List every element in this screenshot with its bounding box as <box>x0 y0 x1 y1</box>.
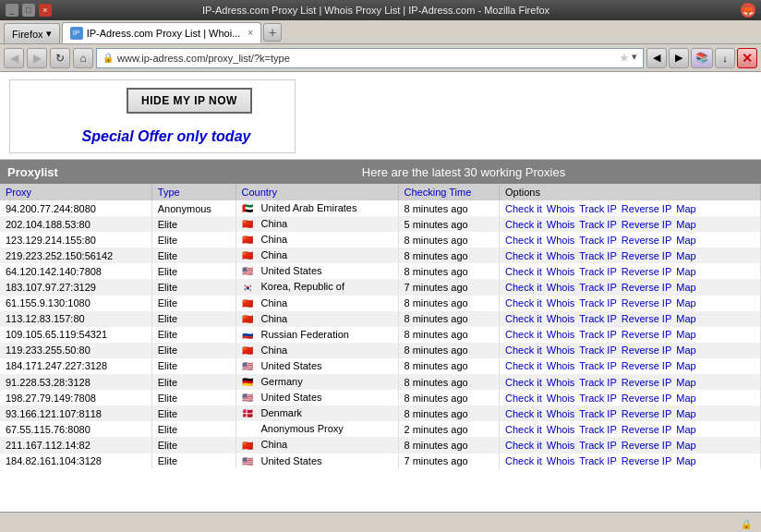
check-it-link[interactable]: Check it <box>505 424 542 435</box>
check-it-link[interactable]: Check it <box>505 377 542 388</box>
map-link[interactable]: Map <box>676 203 695 214</box>
address-url[interactable]: www.ip-adress.com/proxy_list/?k=type <box>117 53 619 64</box>
whois-link[interactable]: Whois <box>547 455 575 466</box>
whois-link[interactable]: Whois <box>547 360 575 371</box>
forward-button[interactable]: ▶ <box>27 48 47 68</box>
map-link[interactable]: Map <box>676 360 695 371</box>
whois-link[interactable]: Whois <box>547 250 575 261</box>
reverse-ip-link[interactable]: Reverse IP <box>622 424 671 435</box>
map-link[interactable]: Map <box>676 313 695 324</box>
map-link[interactable]: Map <box>676 440 695 451</box>
map-link[interactable]: Map <box>676 393 695 404</box>
track-ip-link[interactable]: Track IP <box>579 440 617 451</box>
reverse-ip-link[interactable]: Reverse IP <box>622 408 671 419</box>
map-link[interactable]: Map <box>676 297 695 308</box>
reverse-ip-link[interactable]: Reverse IP <box>622 345 671 356</box>
col-checking-time-link[interactable]: Checking Time <box>405 187 472 198</box>
track-ip-link[interactable]: Track IP <box>579 250 617 261</box>
check-it-link[interactable]: Check it <box>505 408 542 419</box>
whois-link[interactable]: Whois <box>547 440 575 451</box>
track-ip-link[interactable]: Track IP <box>579 282 617 293</box>
go-back-toolbar[interactable]: ◀ <box>646 48 667 68</box>
reload-button[interactable]: ↻ <box>50 48 70 68</box>
reverse-ip-link[interactable]: Reverse IP <box>622 297 671 308</box>
track-ip-link[interactable]: Track IP <box>579 424 617 435</box>
track-ip-link[interactable]: Track IP <box>579 455 617 466</box>
whois-link[interactable]: Whois <box>547 345 575 356</box>
minimize-button[interactable]: _ <box>6 4 18 17</box>
window-controls[interactable]: _ □ × <box>6 4 52 17</box>
whois-link[interactable]: Whois <box>547 313 575 324</box>
reverse-ip-link[interactable]: Reverse IP <box>622 377 671 388</box>
close-button[interactable]: × <box>39 4 52 17</box>
whois-link[interactable]: Whois <box>547 329 575 340</box>
track-ip-link[interactable]: Track IP <box>579 408 617 419</box>
star-icon[interactable]: ★ <box>619 51 630 65</box>
whois-link[interactable]: Whois <box>547 377 575 388</box>
map-link[interactable]: Map <box>676 282 695 293</box>
new-tab-button[interactable]: + <box>263 23 282 42</box>
check-it-link[interactable]: Check it <box>505 219 542 230</box>
firefox-menu-button[interactable]: Firefox ▾ <box>4 23 60 43</box>
map-link[interactable]: Map <box>676 235 695 246</box>
reverse-ip-link[interactable]: Reverse IP <box>622 250 671 261</box>
track-ip-link[interactable]: Track IP <box>579 266 617 277</box>
check-it-link[interactable]: Check it <box>505 250 542 261</box>
tab-close-icon[interactable]: × <box>248 28 253 38</box>
reverse-ip-link[interactable]: Reverse IP <box>622 282 671 293</box>
track-ip-link[interactable]: Track IP <box>579 393 617 404</box>
check-it-link[interactable]: Check it <box>505 329 542 340</box>
reverse-ip-link[interactable]: Reverse IP <box>622 313 671 324</box>
map-link[interactable]: Map <box>676 329 695 340</box>
reverse-ip-link[interactable]: Reverse IP <box>622 360 671 371</box>
check-it-link[interactable]: Check it <box>505 345 542 356</box>
check-it-link[interactable]: Check it <box>505 393 542 404</box>
map-link[interactable]: Map <box>676 250 695 261</box>
col-proxy-link[interactable]: Proxy <box>6 187 31 198</box>
check-it-link[interactable]: Check it <box>505 203 542 214</box>
maximize-button[interactable]: □ <box>22 4 35 17</box>
dropdown-icon[interactable]: ▾ <box>632 51 637 65</box>
check-it-link[interactable]: Check it <box>505 297 542 308</box>
track-ip-link[interactable]: Track IP <box>579 360 617 371</box>
col-country-link[interactable]: Country <box>242 187 278 198</box>
bookmark-icon[interactable]: 📚 <box>691 48 713 68</box>
stop-button[interactable]: ✕ <box>737 48 757 68</box>
whois-link[interactable]: Whois <box>547 424 575 435</box>
active-tab[interactable]: IP IP-Adress.com Proxy List | Whoi... × <box>62 22 262 43</box>
check-it-link[interactable]: Check it <box>505 313 542 324</box>
hide-ip-button[interactable]: HIDE MY IP NOW <box>127 88 252 114</box>
check-it-link[interactable]: Check it <box>505 455 542 466</box>
reverse-ip-link[interactable]: Reverse IP <box>622 235 671 246</box>
reverse-ip-link[interactable]: Reverse IP <box>622 203 671 214</box>
check-it-link[interactable]: Check it <box>505 360 542 371</box>
map-link[interactable]: Map <box>676 345 695 356</box>
col-type-link[interactable]: Type <box>158 187 180 198</box>
track-ip-link[interactable]: Track IP <box>579 203 617 214</box>
reverse-ip-link[interactable]: Reverse IP <box>622 455 671 466</box>
track-ip-link[interactable]: Track IP <box>579 219 617 230</box>
check-it-link[interactable]: Check it <box>505 266 542 277</box>
whois-link[interactable]: Whois <box>547 219 575 230</box>
check-it-link[interactable]: Check it <box>505 440 542 451</box>
check-it-link[interactable]: Check it <box>505 282 542 293</box>
whois-link[interactable]: Whois <box>547 203 575 214</box>
whois-link[interactable]: Whois <box>547 235 575 246</box>
track-ip-link[interactable]: Track IP <box>579 345 617 356</box>
track-ip-link[interactable]: Track IP <box>579 313 617 324</box>
track-ip-link[interactable]: Track IP <box>579 377 617 388</box>
track-ip-link[interactable]: Track IP <box>579 329 617 340</box>
reverse-ip-link[interactable]: Reverse IP <box>622 393 671 404</box>
map-link[interactable]: Map <box>676 266 695 277</box>
map-link[interactable]: Map <box>676 219 695 230</box>
whois-link[interactable]: Whois <box>547 282 575 293</box>
home-button[interactable]: ⌂ <box>73 48 93 68</box>
map-link[interactable]: Map <box>676 377 695 388</box>
map-link[interactable]: Map <box>676 408 695 419</box>
whois-link[interactable]: Whois <box>547 408 575 419</box>
reverse-ip-link[interactable]: Reverse IP <box>622 440 671 451</box>
whois-link[interactable]: Whois <box>547 266 575 277</box>
go-forward-toolbar[interactable]: ▶ <box>669 48 689 68</box>
whois-link[interactable]: Whois <box>547 393 575 404</box>
back-button[interactable]: ◀ <box>4 48 24 68</box>
